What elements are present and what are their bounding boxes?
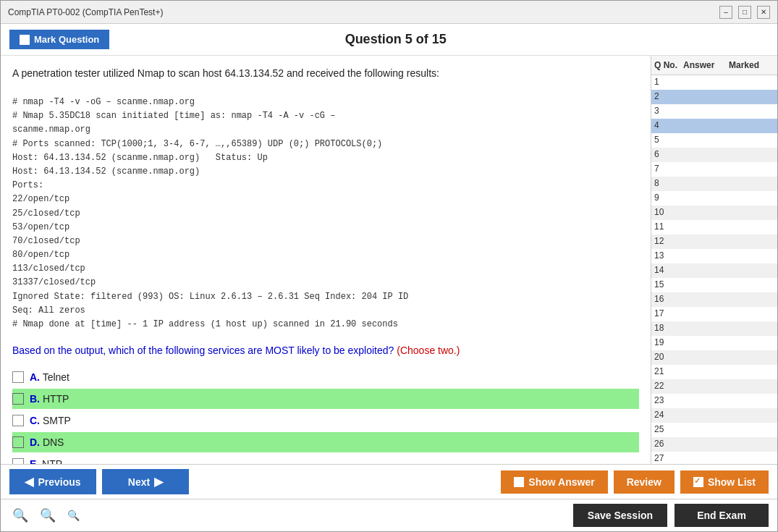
zoom-reset-button[interactable]: 🔍 xyxy=(37,506,59,525)
choice-label-b: B. HTTP xyxy=(30,390,633,408)
window-controls: – □ ✕ xyxy=(719,6,770,19)
sidebar-row-23[interactable]: 23 xyxy=(651,394,777,408)
mark-question-button[interactable]: Mark Question xyxy=(9,30,109,49)
sidebar-row-19[interactable]: 19 xyxy=(651,336,777,350)
sidebar-row-3[interactable]: 3 xyxy=(651,104,777,119)
zoom-controls: 🔍 🔍 🔍 xyxy=(9,506,83,525)
sidebar-row-24[interactable]: 24 xyxy=(651,408,777,423)
choice-label-d: D. DNS xyxy=(30,434,633,451)
question-prompt: Based on the output, which of the follow… xyxy=(12,343,639,358)
next-button[interactable]: Next ▶ xyxy=(102,469,189,494)
show-answer-button[interactable]: Show Answer xyxy=(501,470,607,494)
sidebar-row-14[interactable]: 14 xyxy=(651,263,777,278)
sidebar-row-16[interactable]: 16 xyxy=(651,292,777,307)
sidebar-row-6[interactable]: 6 xyxy=(651,148,777,162)
choice-row-a: A. Telnet xyxy=(12,368,639,386)
previous-button[interactable]: ◀ Previous xyxy=(9,469,96,494)
checkbox-e[interactable] xyxy=(12,458,24,464)
code-line-7: Ports: xyxy=(12,179,639,193)
sidebar-row-26[interactable]: 26 xyxy=(651,437,777,452)
main-content: A penetration tester utilized Nmap to sc… xyxy=(1,56,777,464)
code-line-14: 31337/closed/tcp xyxy=(12,276,639,290)
window-title: CompTIA PT0-002 (CompTIA PenTest+) xyxy=(8,7,163,17)
code-line-17: # Nmap done at [time] -- 1 IP address (1… xyxy=(12,318,639,332)
code-line-10: 53/open/tcp xyxy=(12,221,639,235)
end-exam-button[interactable]: End Exam xyxy=(675,504,769,527)
code-block: # nmap -T4 -v -oG – scanme.nmap.org # Nm… xyxy=(12,93,639,334)
show-answer-icon xyxy=(514,477,524,487)
sidebar-col-answer: Answer xyxy=(683,60,729,70)
code-line-2: # Nmap 5.35DC18 scan initiated [time] as… xyxy=(12,109,639,123)
choice-row-e: E. NTP xyxy=(12,455,639,464)
choice-row-b: B. HTTP xyxy=(12,389,639,409)
sidebar-row-13[interactable]: 13 xyxy=(651,249,777,263)
footer-right: Save Session End Exam xyxy=(573,504,769,527)
zoom-in-button[interactable]: 🔍 xyxy=(9,506,31,525)
review-button[interactable]: Review xyxy=(614,470,675,494)
code-line-4: # Ports scanned: TCP(1000;1, 3-4, 6-7, …… xyxy=(12,138,639,151)
sidebar-row-15[interactable]: 15 xyxy=(651,278,777,292)
question-intro: A penetration tester utilized Nmap to sc… xyxy=(12,66,639,81)
code-line-8: 22/open/tcp xyxy=(12,193,639,206)
sidebar: Q No. Answer Marked 1 2 3 4 5 6 7 8 9 10… xyxy=(651,56,777,464)
sidebar-row-18[interactable]: 18 xyxy=(651,321,777,336)
choice-label-e: E. NTP xyxy=(30,455,62,464)
code-line-5: Host: 64.13.134.52 (scanme.nmap.org) Sta… xyxy=(12,151,639,165)
sidebar-row-10[interactable]: 10 xyxy=(651,206,777,220)
sidebar-row-27[interactable]: 27 xyxy=(651,452,777,464)
code-line-12: 80/open/tcp xyxy=(12,248,639,262)
sidebar-row-17[interactable]: 17 xyxy=(651,307,777,321)
question-area: A penetration tester utilized Nmap to sc… xyxy=(1,56,651,464)
checkbox-a[interactable] xyxy=(12,371,24,383)
code-line-13: 113/closed/tcp xyxy=(12,262,639,276)
choose-note: (Choose two.) xyxy=(397,345,460,356)
restore-button[interactable]: □ xyxy=(738,6,751,19)
sidebar-row-5[interactable]: 5 xyxy=(651,133,777,148)
sidebar-row-7[interactable]: 7 xyxy=(651,162,777,177)
mark-question-label: Mark Question xyxy=(34,34,99,45)
code-line-1: # nmap -T4 -v -oG – scanme.nmap.org xyxy=(12,96,639,109)
sidebar-row-25[interactable]: 25 xyxy=(651,423,777,437)
title-bar: CompTIA PT0-002 (CompTIA PenTest+) – □ ✕ xyxy=(1,1,777,24)
sidebar-row-22[interactable]: 22 xyxy=(651,379,777,394)
toolbar: Mark Question Question 5 of 15 xyxy=(1,24,777,56)
bookmark-icon xyxy=(20,35,30,45)
code-line-11: 70/closed/tcp xyxy=(12,235,639,248)
choice-label-c: C. SMTP xyxy=(30,412,71,429)
sidebar-body[interactable]: 1 2 3 4 5 6 7 8 9 10 11 12 13 14 15 16 1… xyxy=(651,75,777,464)
save-session-button[interactable]: Save Session xyxy=(573,504,667,527)
sidebar-header: Q No. Answer Marked xyxy=(651,56,777,75)
sidebar-row-20[interactable]: 20 xyxy=(651,350,777,365)
code-line-9: 25/closed/tcp xyxy=(12,207,639,221)
question-title: Question 5 of 15 xyxy=(109,32,682,47)
checkbox-c[interactable] xyxy=(12,415,24,426)
sidebar-row-9[interactable]: 9 xyxy=(651,191,777,206)
code-line-15: Ignored State: filtered (993) OS: Linux … xyxy=(12,290,639,304)
checkbox-b[interactable] xyxy=(12,393,24,405)
left-arrow-icon: ◀ xyxy=(25,475,33,489)
sidebar-row-12[interactable]: 12 xyxy=(651,235,777,249)
bottom-bar: ◀ Previous Next ▶ Show Answer Review Sho… xyxy=(1,464,777,499)
code-line-6: Host: 64.13.134.52 (scanme.nmap.org) xyxy=(12,165,639,179)
zoom-out-button[interactable]: 🔍 xyxy=(64,508,83,523)
sidebar-row-8[interactable]: 8 xyxy=(651,177,777,191)
choices-list: A. Telnet B. HTTP C. SMTP D. DNS xyxy=(12,368,639,464)
sidebar-row-1[interactable]: 1 xyxy=(651,75,777,90)
choice-label-a: A. Telnet xyxy=(30,368,69,386)
close-button[interactable]: ✕ xyxy=(757,6,770,19)
minimize-button[interactable]: – xyxy=(719,6,732,19)
show-list-button[interactable]: Show List xyxy=(680,470,769,494)
sidebar-col-marked: Marked xyxy=(729,60,774,70)
sidebar-row-4[interactable]: 4 xyxy=(651,119,777,133)
checkbox-d[interactable] xyxy=(12,436,24,448)
main-window: CompTIA PT0-002 (CompTIA PenTest+) – □ ✕… xyxy=(0,0,778,532)
sidebar-col-qno: Q No. xyxy=(654,60,683,70)
right-arrow-icon: ▶ xyxy=(154,475,163,489)
sidebar-row-2[interactable]: 2 xyxy=(651,90,777,104)
footer-bar: 🔍 🔍 🔍 Save Session End Exam xyxy=(1,499,777,531)
sidebar-row-21[interactable]: 21 xyxy=(651,365,777,379)
choice-row-d: D. DNS xyxy=(12,432,639,452)
code-line-3: scanme.nmap.org xyxy=(12,123,639,137)
choice-row-c: C. SMTP xyxy=(12,412,639,429)
sidebar-row-11[interactable]: 11 xyxy=(651,220,777,235)
